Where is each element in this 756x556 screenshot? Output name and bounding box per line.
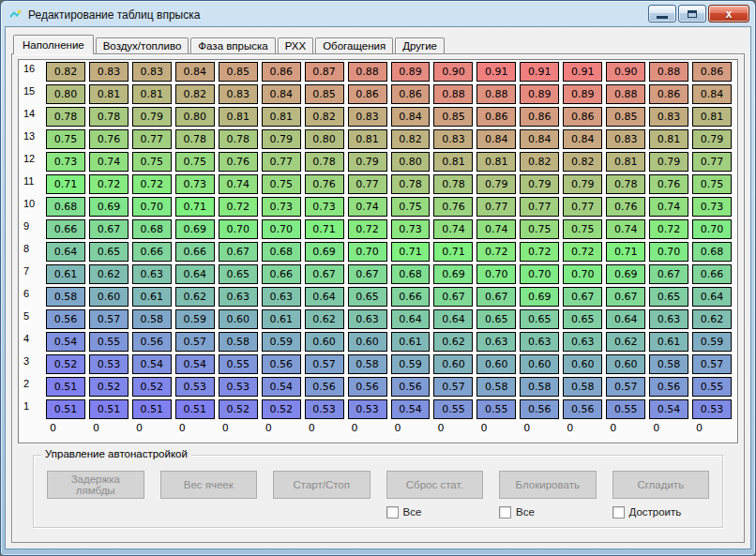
grid-cell[interactable]: 0.91 [476, 62, 516, 82]
grid-cell[interactable]: 0.70 [348, 242, 387, 262]
grid-cell[interactable]: 0.67 [563, 287, 602, 307]
grid-cell[interactable]: 0.77 [692, 152, 732, 172]
grid-cell[interactable]: 0.81 [692, 107, 732, 127]
grid-cell[interactable]: 0.75 [391, 197, 431, 217]
grid-cell[interactable]: 0.84 [262, 84, 301, 104]
grid-cell[interactable]: 0.80 [305, 129, 344, 149]
grid-cell[interactable]: 0.81 [262, 107, 301, 127]
grid-cell[interactable]: 0.82 [305, 107, 344, 127]
grid-cell[interactable]: 0.66 [175, 242, 215, 262]
grid-cell[interactable]: 0.72 [348, 219, 387, 239]
autotune-button-6[interactable]: Сгладить [612, 471, 710, 499]
grid-cell[interactable]: 0.62 [305, 309, 344, 329]
title-bar[interactable]: Редактирование таблиц впрыска x [5, 1, 751, 26]
grid-cell[interactable]: 0.54 [649, 399, 688, 419]
grid-cell[interactable]: 0.57 [692, 354, 732, 374]
grid-cell[interactable]: 0.53 [219, 377, 258, 397]
grid-cell[interactable]: 0.84 [692, 84, 732, 104]
grid-cell[interactable]: 0.74 [219, 174, 258, 194]
grid-cell[interactable]: 0.69 [606, 264, 645, 284]
grid-cell[interactable]: 0.71 [175, 197, 215, 217]
grid-cell[interactable]: 0.84 [520, 129, 559, 149]
grid-cell[interactable]: 0.72 [89, 174, 129, 194]
grid-cell[interactable]: 0.69 [305, 242, 344, 262]
grid-cell[interactable]: 0.86 [649, 84, 688, 104]
grid-cell[interactable]: 0.76 [89, 129, 129, 149]
tab-1[interactable]: Наполнение [13, 35, 94, 54]
grid-cell[interactable]: 0.71 [433, 242, 473, 262]
grid-cell[interactable]: 0.64 [606, 309, 645, 329]
grid-cell[interactable]: 0.80 [46, 84, 85, 104]
grid-cell[interactable]: 0.78 [391, 174, 431, 194]
grid-cell[interactable]: 0.91 [520, 62, 559, 82]
checkbox-3[interactable] [612, 506, 625, 518]
grid-cell[interactable]: 0.78 [305, 152, 344, 172]
grid-cell[interactable]: 0.54 [175, 354, 215, 374]
grid-cell[interactable]: 0.60 [563, 354, 602, 374]
grid-cell[interactable]: 0.62 [692, 309, 732, 329]
grid-cell[interactable]: 0.55 [89, 332, 129, 352]
grid-cell[interactable]: 0.52 [89, 377, 129, 397]
grid-cell[interactable]: 0.71 [46, 174, 85, 194]
grid-cell[interactable]: 0.81 [348, 129, 387, 149]
grid-cell[interactable]: 0.64 [46, 242, 85, 262]
grid-cell[interactable]: 0.77 [520, 197, 559, 217]
grid-cell[interactable]: 0.58 [219, 332, 258, 352]
grid-cell[interactable]: 0.75 [132, 152, 172, 172]
grid-cell[interactable]: 0.72 [219, 197, 258, 217]
grid-cell[interactable]: 0.68 [262, 242, 301, 262]
autotune-button-1[interactable]: Задержка лямбды [47, 471, 144, 499]
grid-cell[interactable]: 0.64 [175, 264, 215, 284]
autotune-button-2[interactable]: Вес ячеек [160, 471, 258, 499]
grid-cell[interactable]: 0.74 [89, 152, 129, 172]
grid-cell[interactable]: 0.76 [219, 152, 258, 172]
grid-cell[interactable]: 0.74 [649, 197, 688, 217]
grid-cell[interactable]: 0.66 [132, 242, 172, 262]
grid-cell[interactable]: 0.51 [175, 399, 215, 419]
grid-cell[interactable]: 0.70 [649, 242, 688, 262]
grid-cell[interactable]: 0.57 [305, 354, 344, 374]
grid-cell[interactable]: 0.53 [692, 399, 732, 419]
grid-cell[interactable]: 0.63 [649, 309, 688, 329]
grid-cell[interactable]: 0.73 [262, 197, 301, 217]
grid-cell[interactable]: 0.58 [649, 354, 688, 374]
grid-cell[interactable]: 0.60 [348, 332, 387, 352]
grid-cell[interactable]: 0.90 [606, 62, 645, 82]
grid-cell[interactable]: 0.60 [606, 354, 645, 374]
grid-cell[interactable]: 0.58 [563, 377, 602, 397]
grid-cell[interactable]: 0.82 [175, 84, 215, 104]
grid-cell[interactable]: 0.62 [175, 287, 215, 307]
grid-cell[interactable]: 0.85 [219, 62, 258, 82]
grid-cell[interactable]: 0.63 [520, 332, 559, 352]
grid-cell[interactable]: 0.69 [175, 219, 215, 239]
grid-cell[interactable]: 0.54 [262, 377, 301, 397]
autotune-button-5[interactable]: Блокировать [499, 471, 597, 499]
grid-cell[interactable]: 0.65 [348, 287, 387, 307]
grid-cell[interactable]: 0.82 [563, 152, 602, 172]
tab-2[interactable]: Воздух/топливо [96, 38, 189, 53]
grid-cell[interactable]: 0.79 [692, 129, 732, 149]
grid-cell[interactable]: 0.56 [649, 377, 688, 397]
autotune-button-3[interactable]: Старт/Стоп [273, 471, 370, 499]
grid-cell[interactable]: 0.73 [391, 219, 431, 239]
grid-cell[interactable]: 0.60 [219, 309, 258, 329]
grid-cell[interactable]: 0.60 [476, 354, 516, 374]
grid-cell[interactable]: 0.67 [348, 264, 387, 284]
grid-cell[interactable]: 0.56 [305, 377, 344, 397]
grid-cell[interactable]: 0.81 [433, 152, 473, 172]
grid-cell[interactable]: 0.64 [305, 287, 344, 307]
grid-cell[interactable]: 0.86 [391, 84, 431, 104]
grid-cell[interactable]: 0.66 [692, 264, 732, 284]
grid-cell[interactable]: 0.54 [391, 399, 431, 419]
grid-cell[interactable]: 0.64 [692, 287, 732, 307]
grid-cell[interactable]: 0.60 [305, 332, 344, 352]
grid-cell[interactable]: 0.77 [348, 174, 387, 194]
grid-cell[interactable]: 0.73 [692, 197, 732, 217]
grid-cell[interactable]: 0.67 [476, 287, 516, 307]
grid-cell[interactable]: 0.70 [132, 197, 172, 217]
grid-cell[interactable]: 0.72 [520, 242, 559, 262]
grid-cell[interactable]: 0.61 [391, 332, 431, 352]
grid-cell[interactable]: 0.71 [391, 242, 431, 262]
grid-cell[interactable]: 0.79 [476, 174, 516, 194]
grid-cell[interactable]: 0.86 [563, 107, 602, 127]
